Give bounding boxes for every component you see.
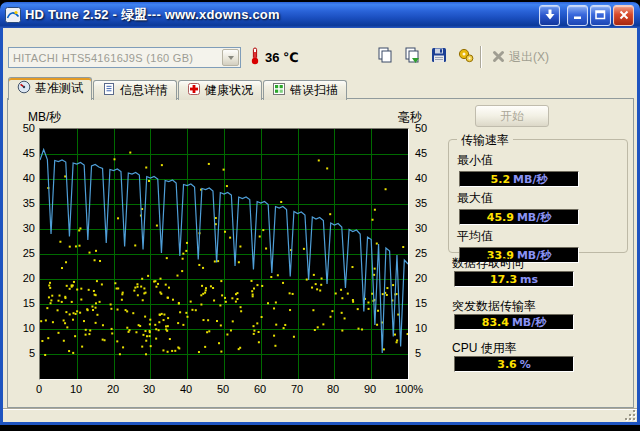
x-tick-label: 20 [100,383,126,395]
app-window: HD Tune 2.52 - 绿盟--- www.xdowns.com HITA… [0,2,640,425]
download-arrow-button[interactable] [539,5,560,26]
right-tick-label: 20 [415,272,427,284]
x-tick-label: 0 [26,383,52,395]
max-label: 最大值 [457,190,627,207]
exit-button[interactable]: 退出(X) [488,47,553,68]
cpu-usage-label: CPU 使用率 [452,340,517,357]
max-unit: MB/秒 [517,210,551,225]
access-time-label: 数据存取时间 [452,255,524,272]
copy-icon [376,46,394,68]
temperature-value: 36 ℃ [265,50,299,65]
min-unit: MB/秒 [513,172,547,187]
y-tick-label: 10 [10,322,35,334]
save-icon [430,46,448,68]
maximize-button[interactable] [590,5,611,26]
info-page-icon [102,82,116,99]
drive-select[interactable]: HITACHI HTS541616J9S (160 GB) [8,47,241,68]
access-time-unit: ms [520,273,538,286]
transfer-rate-group-title: 传输速率 [457,132,513,149]
download-arrow-icon [545,6,555,24]
client-area: HITACHI HTS541616J9S (160 GB) 36 ℃ [0,28,640,425]
tab-error-scan[interactable]: 错误扫描 [263,80,347,100]
x-tick-label: 50 [210,383,236,395]
min-value-box: 5.2 MB/秒 [459,171,579,187]
avg-label: 平均值 [457,228,627,245]
y-tick-label: 50 [10,122,35,134]
toolbar [373,45,478,69]
x-tick-label: 90 [357,383,383,395]
transfer-rate-group: 传输速率 最小值 5.2 MB/秒 最大值 45.9 MB/秒 平均值 33.9… [448,139,628,253]
right-tick-label: 35 [415,197,427,209]
titlebar[interactable]: HD Tune 2.52 - 绿盟--- www.xdowns.com [0,2,640,28]
copy-button[interactable] [373,45,397,69]
y-tick-label: 40 [10,172,35,184]
minimize-button[interactable] [567,5,588,26]
copy-image-button[interactable] [400,45,424,69]
maximize-icon [595,6,606,24]
min-label: 最小值 [457,152,627,169]
access-time-value: 17.3 [490,273,517,286]
tab-health[interactable]: 健康状况 [178,80,262,100]
toolbar-separator [480,46,482,68]
right-tick-label: 15 [415,297,427,309]
x-axis-ticks: 0 10 20 30 40 50 60 70 80 90 100% [39,383,429,397]
right-tick-label: 5 [415,347,421,359]
benchmark-plot [40,129,408,379]
close-button[interactable] [613,5,634,26]
y-tick-label: 25 [10,247,35,259]
right-tick-label: 30 [415,222,427,234]
right-axis-ticks: 50 45 40 35 30 25 20 15 10 5 [413,128,437,380]
y-tick-label: 15 [10,297,35,309]
y-axis-ticks: 50 45 40 35 30 25 20 15 10 5 [10,128,37,380]
right-tick-label: 50 [415,122,427,134]
resize-grip[interactable] [624,409,637,422]
options-button[interactable] [454,45,478,69]
cpu-usage-value-box: 3.6 % [454,356,574,372]
drive-select-value: HITACHI HTS541616J9S (160 GB) [9,52,221,64]
thermometer-icon [250,47,260,69]
tab-benchmark[interactable]: 基准测试 [8,77,92,100]
exit-x-icon [492,49,505,67]
right-tick-label: 40 [415,172,427,184]
access-time-value-box: 17.3 ms [454,271,574,287]
burst-rate-value-box: 83.4 MB/秒 [454,314,574,330]
start-button[interactable]: 开始 [475,105,549,127]
benchmark-plot-frame [39,128,409,380]
x-tick-label: 100% [393,383,425,395]
health-cross-icon [187,82,201,99]
y-tick-label: 30 [10,222,35,234]
benchmark-panel: MB/秒 毫秒 50 45 40 35 30 25 20 15 10 5 50 … [7,98,634,408]
chevron-down-icon [228,56,234,60]
tab-label: 信息详情 [120,82,168,99]
temperature-display: 36 ℃ [250,47,299,68]
tab-label: 错误扫描 [290,82,338,99]
x-tick-label: 30 [136,383,162,395]
close-icon [619,6,629,24]
minimize-icon [573,6,583,24]
tab-info[interactable]: 信息详情 [93,80,177,100]
save-button[interactable] [427,45,451,69]
scan-blocks-icon [272,82,286,99]
x-tick-label: 70 [284,383,310,395]
cpu-usage-value: 3.6 [497,358,517,371]
status-bar [3,408,637,422]
y-tick-label: 5 [10,347,35,359]
exit-label: 退出(X) [509,49,549,66]
tab-label: 基准测试 [35,80,83,97]
min-value: 5.2 [491,173,511,186]
max-value: 45.9 [487,211,514,224]
x-tick-label: 80 [320,383,346,395]
gears-icon [457,46,475,68]
right-tick-label: 45 [415,147,427,159]
benchmark-gauge-icon [17,80,31,97]
burst-rate-unit: MB/秒 [512,315,546,330]
tab-bar: 基准测试 信息详情 健康状况 错误扫描 [8,77,348,100]
start-button-label: 开始 [500,108,524,125]
burst-rate-value: 83.4 [482,316,509,329]
tab-label: 健康状况 [205,82,253,99]
cpu-usage-unit: % [520,358,531,371]
app-icon[interactable] [5,7,21,23]
combo-dropdown-button[interactable] [222,49,239,66]
x-tick-label: 40 [173,383,199,395]
caption-buttons [539,5,634,26]
